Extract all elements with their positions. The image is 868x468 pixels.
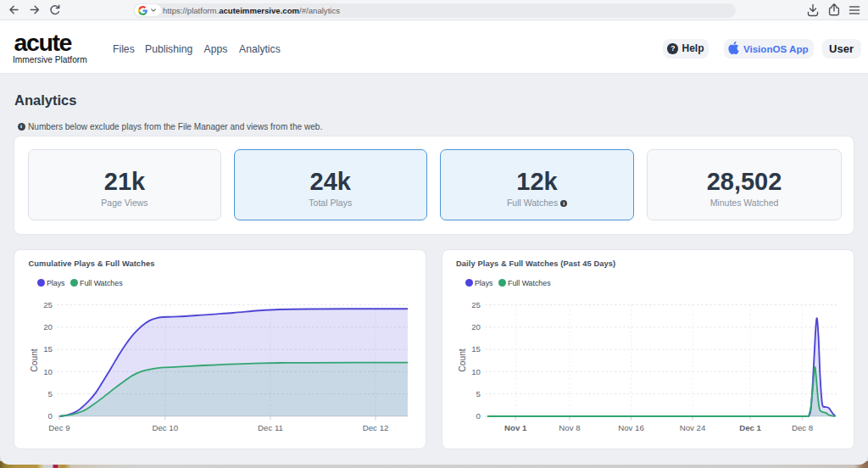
svg-text:15: 15 [471, 344, 481, 354]
svg-text:Dec 9: Dec 9 [48, 423, 70, 432]
svg-text:25: 25 [43, 300, 53, 309]
svg-text:Dec 10: Dec 10 [152, 423, 178, 432]
svg-text:Nov 16: Nov 16 [618, 423, 644, 432]
svg-text:Dec 12: Dec 12 [363, 423, 389, 432]
svg-text:0: 0 [476, 411, 481, 421]
svg-text:5: 5 [48, 389, 53, 398]
svg-text:Dec 8: Dec 8 [792, 423, 813, 432]
svg-text:20: 20 [471, 322, 481, 332]
svg-text:Count: Count [30, 348, 39, 372]
svg-text:Dec 11: Dec 11 [258, 423, 283, 432]
svg-text:20: 20 [43, 322, 53, 332]
svg-text:0: 0 [48, 411, 53, 421]
svg-text:25: 25 [471, 300, 481, 309]
svg-text:Nov 24: Nov 24 [680, 423, 706, 432]
svg-text:Dec 1: Dec 1 [739, 423, 761, 432]
svg-text:15: 15 [43, 344, 53, 354]
svg-text:10: 10 [43, 367, 53, 376]
svg-text:Nov 1: Nov 1 [504, 423, 527, 432]
svg-text:5: 5 [476, 389, 481, 398]
svg-text:Count: Count [458, 348, 467, 372]
svg-text:Nov 8: Nov 8 [559, 423, 580, 432]
svg-text:10: 10 [471, 367, 481, 376]
